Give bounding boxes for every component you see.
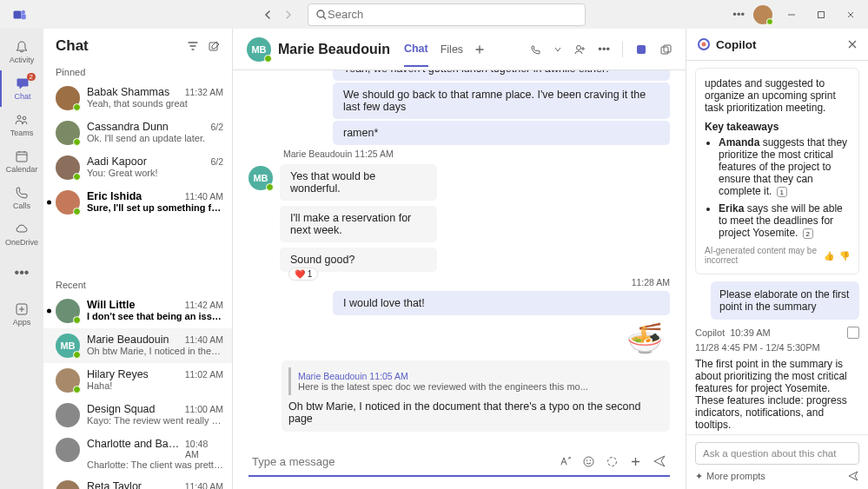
add-people-button[interactable] [573, 43, 586, 56]
copilot-input[interactable]: Ask a question about this chat [695, 442, 859, 465]
conversation-time: 6/2 [210, 156, 223, 167]
chat-contact-name: Marie Beaudouin [278, 42, 390, 57]
window-close-button[interactable] [840, 4, 861, 25]
conversation-name: Babak Shammas [87, 86, 169, 98]
chat-more-button[interactable]: ••• [598, 43, 610, 56]
emoji-icon[interactable] [582, 455, 595, 468]
conversation-item[interactable]: MBMarie Beaudouin11:40 AMOh btw Marie, I… [43, 328, 232, 363]
copilot-time-range: 11/28 4:45 PM - 12/4 5:30PM [695, 342, 859, 353]
conversation-name: Aadi Kapoor [87, 155, 147, 168]
svg-rect-9 [209, 43, 217, 50]
conversation-name: Hilary Reyes [87, 368, 149, 380]
copilot-send-button[interactable] [847, 470, 859, 482]
copy-icon[interactable] [847, 327, 859, 339]
conversation-item[interactable]: Charlotte and Babak10:48 AMCharlotte: Th… [43, 433, 232, 475]
conversation-item[interactable]: Will Little11:42 AMI don't see that bein… [43, 294, 232, 328]
svg-point-3 [317, 10, 324, 17]
conversation-item[interactable]: Hilary Reyes11:02 AMHaha! [43, 363, 232, 398]
copilot-logo-icon [697, 37, 711, 51]
conversation-item[interactable]: Cassandra Dunn6/2Ok. I'll send an update… [43, 116, 232, 150]
search-box[interactable] [308, 3, 586, 26]
conversation-item[interactable]: Aadi Kapoor6/2You: Great work! [43, 150, 232, 185]
window-minimize-button[interactable] [781, 4, 802, 25]
conversation-time: 11:32 AM [185, 87, 223, 97]
rail-item-activity[interactable]: Activity [0, 34, 43, 70]
emoji-message: 🍜 [255, 320, 663, 355]
svg-rect-11 [637, 45, 646, 54]
rail-label: Teams [10, 129, 34, 137]
svg-rect-12 [661, 47, 668, 54]
message-reply-card[interactable]: Marie Beaudouin 11:05 AMHere is the late… [282, 360, 670, 432]
message-outgoing[interactable]: ramen* [333, 121, 670, 145]
conversation-item[interactable]: Design Squad11:00 AMKayo: The review wen… [43, 398, 232, 433]
conversation-avatar [56, 480, 80, 489]
new-chat-icon[interactable] [208, 40, 220, 52]
thumbs-down-icon[interactable]: 👎 [839, 251, 850, 261]
add-tab-button[interactable] [474, 43, 486, 56]
message-avatar: MB [248, 166, 273, 190]
svg-rect-13 [664, 45, 671, 52]
svg-point-17 [608, 457, 617, 466]
more-prompts-button[interactable]: More prompts [706, 471, 765, 481]
message-compose-box[interactable] [248, 447, 670, 477]
footnote-ref[interactable]: 1 [777, 187, 787, 197]
message-outgoing[interactable]: I would love that! [333, 291, 670, 315]
svg-rect-7 [17, 152, 27, 162]
send-button[interactable] [653, 454, 666, 468]
copilot-close-button[interactable] [847, 39, 858, 50]
rail-item-teams[interactable]: Teams [0, 107, 43, 143]
current-user-avatar[interactable] [753, 5, 772, 24]
nav-forward-button[interactable] [280, 6, 297, 23]
conversation-time: 11:42 AM [185, 300, 223, 310]
sender-label: Marie Beaudouin 11:25 AM [248, 149, 670, 159]
reply-body: Oh btw Marie, I noticed in the document … [288, 400, 663, 425]
more-options-button[interactable]: ••• [732, 8, 745, 21]
conversation-preview: Charlotte: The client was pretty happy w… [87, 459, 223, 470]
format-icon[interactable] [559, 455, 572, 468]
rail-apps-button[interactable]: Apps [0, 296, 43, 333]
window-maximize-button[interactable] [811, 4, 832, 25]
message-incoming[interactable]: Yes that would be wonderful. [280, 164, 437, 201]
rail-more-button[interactable]: ••• [0, 254, 43, 291]
svg-point-6 [23, 116, 26, 120]
conversation-item[interactable]: Eric Ishida11:40 AMSure, I'll set up som… [43, 185, 232, 220]
copilot-sender-label: Copilot [695, 327, 725, 338]
message-outgoing[interactable]: We should go back to that ramne place. I… [333, 83, 670, 119]
conversation-item[interactable]: Reta Taylor11:40 AMAh, ok I understand n… [43, 475, 232, 489]
message-reaction[interactable]: ❤️ 1 [288, 268, 318, 281]
rail-item-calls[interactable]: Calls [0, 180, 43, 216]
reply-quote: Marie Beaudouin 11:05 AMHere is the late… [288, 367, 663, 395]
rail-item-chat[interactable]: Chat2 [0, 70, 43, 107]
rail-item-calendar[interactable]: Calendar [0, 143, 43, 180]
loop-icon[interactable] [606, 455, 619, 468]
message-outgoing[interactable]: Yeah, we haven't gotten lunch together i… [333, 70, 670, 81]
search-input[interactable] [328, 8, 578, 21]
rail-label: Activity [10, 56, 35, 64]
copilot-text: updates and suggested to organize an upc… [705, 77, 850, 114]
message-incoming[interactable]: Sound good?❤️ 1 [280, 248, 437, 272]
thumbs-up-icon[interactable]: 👍 [824, 251, 834, 261]
chat-tab-chat[interactable]: Chat [404, 32, 428, 67]
copilot-toggle-icon[interactable] [635, 43, 647, 56]
call-button[interactable] [530, 43, 542, 56]
message-input[interactable] [252, 455, 548, 468]
svg-point-1 [22, 10, 26, 14]
nav-back-button[interactable] [259, 6, 276, 23]
popout-chat-button[interactable] [659, 43, 672, 56]
app-rail: ActivityChat2TeamsCalendarCallsOneDrive … [0, 29, 43, 489]
filter-icon[interactable] [187, 40, 199, 52]
compose-add-icon[interactable] [629, 455, 642, 468]
footnote-ref[interactable]: 2 [803, 228, 813, 239]
message-incoming[interactable]: I'll make a reservation for next week. [280, 206, 437, 242]
chat-tab-files[interactable]: Files [441, 33, 463, 66]
conversation-avatar [56, 155, 80, 180]
conversation-item[interactable]: Babak Shammas11:32 AMYeah, that sounds g… [43, 81, 232, 116]
conversation-name: Marie Beaudouin [87, 334, 169, 346]
conversation-name: Cassandra Dunn [87, 121, 169, 133]
svg-rect-0 [14, 10, 22, 18]
conversation-avatar [56, 190, 80, 215]
more-prompts-icon[interactable]: ✦ [695, 471, 703, 482]
rail-item-onedrive[interactable]: OneDrive [0, 216, 43, 253]
call-menu-icon[interactable] [554, 46, 561, 53]
svg-point-19 [702, 43, 706, 47]
